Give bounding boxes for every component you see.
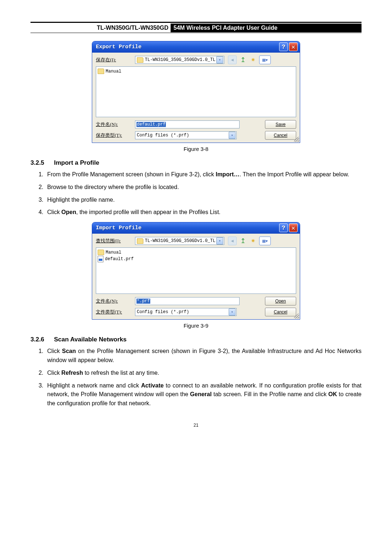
titlebar[interactable]: Export Profile ? ✕ [92,41,300,53]
filename-input[interactable]: *.prf [135,297,240,305]
item-label: default.prf [105,257,134,262]
file-list-pane[interactable]: Manual default.prf [96,247,296,294]
section-heading-325: 3.2.5 Import a Profile [30,159,362,167]
help-icon[interactable]: ? [279,42,288,51]
filename-value: *.prf [136,299,150,304]
import-profile-dialog: Import Profile ? ✕ 查找范围(I): TL-WN310G_35… [92,222,300,320]
dialog-title: Import Profile [96,225,278,231]
look-in-dropdown[interactable]: TL-WN310G_350G_350GDv1.0_TL ▾ [135,237,224,245]
section-heading-326: 3.2.6 Scan Available Networks [30,336,362,343]
close-icon[interactable]: ✕ [289,42,298,51]
chevron-down-icon[interactable]: ▾ [229,132,236,139]
filetype-dropdown[interactable]: Config files (*.prf) ▾ [135,131,237,139]
section-326-list: Click Scan on the Profile Management scr… [30,347,362,408]
filename-label: 文件名(N): [96,121,135,128]
save-in-dropdown[interactable]: TL-WN310G_350G_350GDv1.0_TL ▾ [135,56,224,64]
save-button[interactable]: Save [265,120,296,129]
back-icon[interactable]: ◄ [228,237,237,245]
chevron-down-icon[interactable]: ▾ [216,237,223,245]
filename-value: default.prf [136,122,166,127]
help-icon[interactable]: ? [279,223,288,232]
filetype-dropdown[interactable]: Config files (*.prf) ▾ [135,308,237,316]
section-number: 3.2.5 [30,159,52,167]
list-item[interactable]: Manual [98,249,294,255]
new-folder-icon[interactable]: ✷ [249,56,257,64]
section-number: 3.2.6 [30,336,52,343]
figure-caption: Figure 3-9 [30,323,362,329]
folder-icon [98,250,104,255]
up-one-level-icon[interactable]: ↥ [239,56,247,64]
section-title: Import a Profile [54,159,99,166]
folder-name: TL-WN310G_350G_350GDv1.0_TL [145,238,216,243]
cancel-button[interactable]: Cancel [265,131,296,140]
filetype-label: 保存类型(T): [96,132,135,139]
list-item[interactable]: default.prf [98,255,294,263]
view-menu-icon[interactable]: ▦▾ [259,56,271,64]
section-325-list: From the Profile Management screen (show… [30,170,362,217]
header-model: TL-WN350G/TL-WN350GD [30,24,171,32]
export-profile-dialog: Export Profile ? ✕ 保存在(I): TL-WN310G_350… [92,41,300,143]
chevron-down-icon[interactable]: ▾ [216,56,223,63]
page-number: 21 [30,423,362,428]
list-item: Click Refresh to refresh the list at any… [45,369,362,378]
folder-icon [98,69,104,74]
folder-icon [137,238,143,244]
list-item: Highlight the profile name. [45,196,362,205]
filename-label: 文件名(N): [96,298,135,304]
open-button[interactable]: Open [265,297,296,305]
resize-grip-icon[interactable] [294,137,299,142]
list-item: Click Scan on the Profile Management scr… [45,347,362,365]
file-icon [98,256,103,262]
new-folder-icon[interactable]: ✷ [249,237,257,245]
section-title: Scan Available Networks [54,336,127,343]
view-menu-icon[interactable]: ▦▾ [259,237,271,245]
dialog-title: Export Profile [96,44,278,50]
item-label: Manual [106,69,121,74]
list-item: From the Profile Management screen (show… [45,170,362,179]
chevron-down-icon[interactable]: ▾ [229,308,236,316]
list-item: Highlight a network name and click Activ… [45,381,362,408]
list-item: Click Open, the imported profile will th… [45,208,362,217]
filetype-value: Config files (*.prf) [137,309,229,315]
list-item: Browse to the directory where the profil… [45,183,362,192]
look-in-label: 查找范围(I): [96,238,135,244]
close-icon[interactable]: ✕ [289,223,298,232]
cancel-button[interactable]: Cancel [265,308,296,316]
filename-input[interactable]: default.prf [135,120,240,128]
file-list-pane[interactable]: Manual [96,66,296,117]
resize-grip-icon[interactable] [294,313,299,319]
filetype-label: 文件类型(T): [96,309,135,315]
folder-name: TL-WN310G_350G_350GDv1.0_TL [145,57,216,62]
up-one-level-icon[interactable]: ↥ [239,237,247,245]
back-icon[interactable]: ◄ [228,56,237,64]
header-title: 54M Wireless PCI Adapter User Guide [171,24,362,32]
item-label: Manual [106,250,121,255]
list-item[interactable]: Manual [98,68,294,74]
figure-caption: Figure 3-8 [30,146,362,152]
page-header: TL-WN350G/TL-WN350GD 54M Wireless PCI Ad… [30,22,362,33]
titlebar[interactable]: Import Profile ? ✕ [92,222,300,234]
folder-icon [137,57,143,63]
save-in-label: 保存在(I): [96,57,135,63]
filetype-value: Config files (*.prf) [137,133,229,138]
